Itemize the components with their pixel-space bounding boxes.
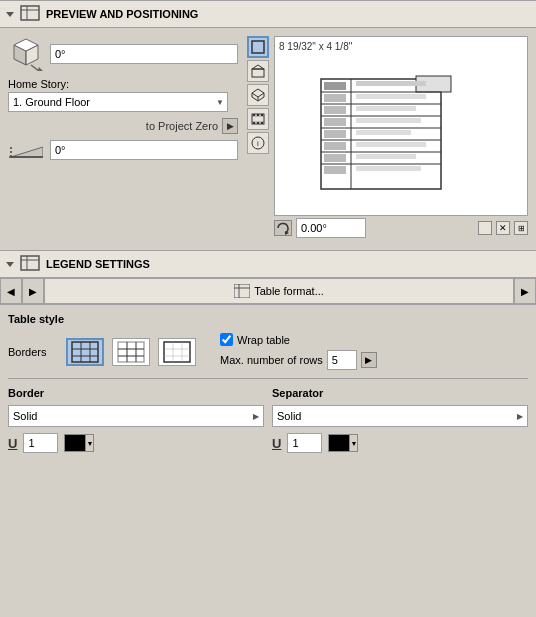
border-color-btn[interactable]: ▼ (64, 434, 94, 452)
preview-panel-body: 0° Home Story: 1. Ground Floor to Projec… (0, 28, 536, 246)
separator-col: Separator Solid ▶ U 1 ▼ (272, 387, 528, 453)
table-format-btn[interactable]: Table format... (44, 278, 514, 304)
nav-next-btn[interactable]: ▶ (22, 278, 44, 304)
nav-far-right-btn[interactable]: ▶ (514, 278, 536, 304)
border-col-label: Border (8, 387, 264, 399)
film-tool-icon (251, 112, 265, 126)
square-tool-icon (251, 40, 265, 54)
svg-marker-15 (252, 65, 264, 69)
home-story-row: Home Story: 1. Ground Floor (8, 78, 238, 112)
3d-tool-icon (251, 88, 265, 102)
separator-dropdown-arrow: ▶ (517, 412, 523, 421)
svg-rect-26 (257, 114, 259, 116)
separator-color-arrow[interactable]: ▼ (350, 434, 358, 452)
svg-rect-55 (324, 130, 346, 138)
outer-borders-btn[interactable] (158, 338, 196, 366)
inner-borders-icon (117, 341, 145, 363)
separator-col-label: Separator (272, 387, 528, 399)
to-project-zero-label: to Project Zero (146, 120, 218, 132)
separator-color-btn[interactable]: ▼ (328, 434, 358, 452)
3d-tool-btn[interactable] (247, 84, 269, 106)
nav-prev-btn[interactable]: ◀ (0, 278, 22, 304)
film-tool-btn[interactable] (247, 108, 269, 130)
svg-rect-13 (252, 41, 264, 53)
rotate-icon[interactable] (274, 220, 292, 236)
wrap-row: Wrap table (220, 333, 377, 346)
border-thickness-input[interactable]: 1 (23, 433, 58, 453)
max-rows-input[interactable]: 5 (327, 350, 357, 370)
home-story-select-wrapper: 1. Ground Floor (8, 92, 228, 112)
rotate-svg (276, 221, 290, 235)
svg-rect-51 (324, 82, 346, 90)
wrap-table-checkbox[interactable] (220, 333, 233, 346)
all-borders-icon (71, 341, 99, 363)
legend-nav-bar: ◀ ▶ Table format... ▶ (0, 278, 536, 305)
border-underline-icon: U (8, 436, 17, 451)
legend-header-label: LEGEND SETTINGS (46, 258, 150, 270)
rotation-input[interactable]: 0° (50, 44, 238, 64)
svg-rect-45 (356, 106, 416, 111)
all-borders-btn[interactable] (66, 338, 104, 366)
wrap-section: Wrap table Max. number of rows 5 ▶ (220, 333, 377, 370)
legend-preview-svg (316, 74, 486, 194)
slope-icon (8, 140, 44, 160)
table-style-section: Table style Borders (0, 305, 536, 461)
separator-color-swatch (328, 434, 350, 452)
svg-rect-54 (324, 118, 346, 126)
slope-value-input[interactable]: 0° (50, 140, 238, 160)
border-type-dropdown: Solid ▶ (8, 405, 264, 427)
separator-underline-icon: U (272, 436, 281, 451)
table-style-title: Table style (8, 313, 528, 325)
preview-right: i 8 19/32" x 4 1/8" (246, 36, 528, 238)
home-story-select[interactable]: 1. Ground Floor (8, 92, 228, 112)
preview-size-label: 8 19/32" x 4 1/8" (279, 41, 352, 52)
preview-toolbar: i (246, 36, 270, 238)
checkbox-x[interactable]: ✕ (496, 221, 510, 235)
svg-rect-56 (324, 142, 346, 150)
preview-canvas: 8 19/32" x 4 1/8" (274, 36, 528, 216)
svg-rect-53 (324, 106, 346, 114)
borders-row: Borders (8, 333, 528, 370)
svg-rect-43 (356, 81, 426, 86)
checkbox-grid[interactable]: ⊞ (514, 221, 528, 235)
slope-row: 0° (8, 140, 238, 160)
preview-icon (20, 5, 40, 23)
svg-marker-16 (252, 89, 264, 97)
max-rows-increment-btn[interactable]: ▶ (361, 352, 377, 368)
borders-label: Borders (8, 346, 58, 358)
svg-rect-50 (356, 166, 421, 171)
divider (8, 378, 528, 379)
border-color-swatch (64, 434, 86, 452)
svg-rect-71 (118, 342, 144, 362)
separator-type-btn[interactable]: Solid ▶ (272, 405, 528, 427)
collapse-triangle[interactable] (6, 12, 14, 17)
to-project-zero-btn[interactable]: ▶ (222, 118, 238, 134)
separator-thickness-input[interactable]: 1 (287, 433, 322, 453)
preview-section: 0° Home Story: 1. Ground Floor to Projec… (8, 36, 528, 238)
border-type-label: Solid (13, 410, 37, 422)
rotation-angle-input[interactable]: 0.00° (296, 218, 366, 238)
svg-rect-63 (234, 284, 250, 298)
square-tool-btn[interactable] (247, 36, 269, 58)
border-color-arrow[interactable]: ▼ (86, 434, 94, 452)
info-tool-icon: i (251, 136, 265, 150)
table-format-icon (234, 284, 250, 298)
svg-rect-58 (324, 166, 346, 174)
svg-rect-48 (356, 142, 426, 147)
building-tool-btn[interactable] (247, 60, 269, 82)
inner-borders-btn[interactable] (112, 338, 150, 366)
separator-type-label: Solid (277, 410, 301, 422)
checkbox-1[interactable] (478, 221, 492, 235)
preview-header-label: PREVIEW AND POSITIONING (46, 8, 198, 20)
info-tool-btn[interactable]: i (247, 132, 269, 154)
preview-section-header: PREVIEW AND POSITIONING (0, 0, 536, 28)
legend-collapse-triangle[interactable] (6, 262, 14, 267)
svg-rect-44 (356, 94, 426, 99)
svg-text:i: i (257, 139, 259, 148)
svg-rect-0 (21, 6, 39, 20)
legend-section-header: LEGEND SETTINGS (0, 250, 536, 278)
svg-rect-30 (261, 122, 263, 124)
border-type-btn[interactable]: Solid ▶ (8, 405, 264, 427)
wrap-table-label: Wrap table (237, 334, 290, 346)
border-dropdown-arrow: ▶ (253, 412, 259, 421)
